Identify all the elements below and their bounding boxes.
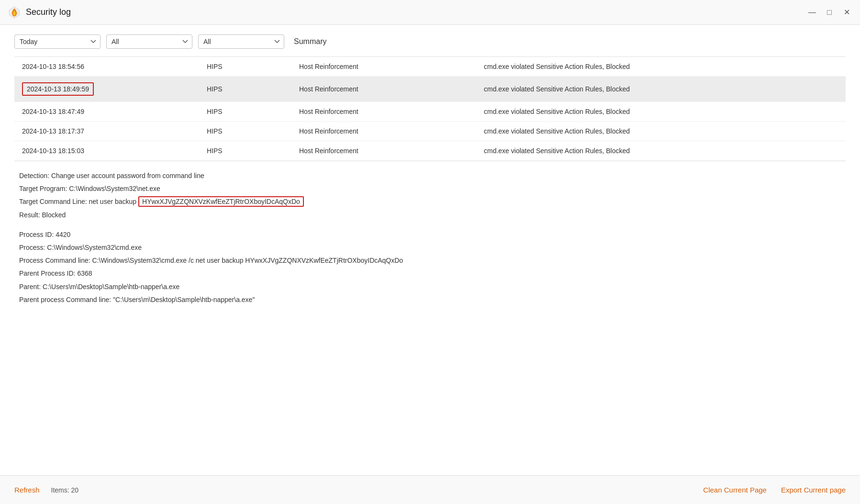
- log-type: HIPS: [199, 122, 291, 141]
- log-category: Host Reinforcement: [291, 102, 476, 122]
- filter-bar: Today Yesterday Last 7 days Last 30 days…: [14, 34, 846, 49]
- detail-spacer: [19, 222, 841, 229]
- table-row[interactable]: 2024-10-13 18:49:59HIPSHost Reinforcemen…: [14, 77, 846, 102]
- target-command-highlight: HYwxXJVgZZQNXVzKwfEeZTjRtrOXboyIDcAqQxDo: [138, 196, 304, 207]
- target-program-line: Target Program: C:\Windows\System32\net.…: [19, 183, 841, 195]
- process-cmd-line: Process Command line: C:\Windows\System3…: [19, 255, 841, 267]
- bottom-right-actions: Clean Current Page Export Current page: [703, 486, 846, 494]
- parent-process-id-line: Parent Process ID: 6368: [19, 268, 841, 280]
- log-type: HIPS: [199, 102, 291, 122]
- log-category: Host Reinforcement: [291, 77, 476, 102]
- window-title: Security log: [26, 7, 806, 17]
- main-content: Today Yesterday Last 7 days Last 30 days…: [0, 25, 860, 475]
- table-row[interactable]: 2024-10-13 18:17:37HIPSHost Reinforcemen…: [14, 122, 846, 141]
- log-summary: cmd.exe violated Sensitive Action Rules,…: [476, 102, 846, 122]
- items-count: Items: 20: [51, 486, 79, 494]
- log-datetime: 2024-10-13 18:47:49: [14, 102, 199, 122]
- log-summary: cmd.exe violated Sensitive Action Rules,…: [476, 141, 846, 161]
- process-id-line: Process ID: 4420: [19, 229, 841, 241]
- log-type: HIPS: [199, 57, 291, 77]
- clean-current-page-button[interactable]: Clean Current Page: [703, 486, 767, 494]
- parent-line: Parent: C:\Users\m\Desktop\Sample\htb-na…: [19, 281, 841, 293]
- summary-label: Summary: [294, 37, 326, 46]
- log-summary: cmd.exe violated Sensitive Action Rules,…: [476, 77, 846, 102]
- log-datetime: 2024-10-13 18:15:03: [14, 141, 199, 161]
- log-summary: cmd.exe violated Sensitive Action Rules,…: [476, 57, 846, 77]
- maximize-button[interactable]: □: [824, 7, 835, 18]
- log-category: Host Reinforcement: [291, 57, 476, 77]
- date-filter[interactable]: Today Yesterday Last 7 days Last 30 days…: [14, 34, 101, 49]
- log-table-wrapper[interactable]: 2024-10-13 18:54:56HIPSHost Reinforcemen…: [14, 56, 846, 161]
- target-command-prefix: Target Command Line: net user backup: [19, 198, 138, 205]
- bottom-bar: Refresh Items: 20 Clean Current Page Exp…: [0, 475, 860, 504]
- log-datetime: 2024-10-13 18:49:59: [14, 77, 199, 102]
- result-line: Result: Blocked: [19, 209, 841, 221]
- table-row[interactable]: 2024-10-13 18:47:49HIPSHost Reinforcemen…: [14, 102, 846, 122]
- category-filter[interactable]: All Host Reinforcement Network File: [198, 34, 284, 49]
- selected-datetime-badge: 2024-10-13 18:49:59: [22, 82, 94, 96]
- refresh-button[interactable]: Refresh: [14, 486, 40, 494]
- parent-process-cmd-line: Parent process Command line: "C:\Users\m…: [19, 294, 841, 306]
- target-command-line: Target Command Line: net user backup HYw…: [19, 196, 841, 208]
- process-line: Process: C:\Windows\System32\cmd.exe: [19, 242, 841, 254]
- app-logo: [8, 6, 21, 19]
- table-row[interactable]: 2024-10-13 18:15:03HIPSHost Reinforcemen…: [14, 141, 846, 161]
- close-button[interactable]: ✕: [841, 7, 852, 18]
- detail-panel: Detection: Change user account password …: [14, 161, 846, 475]
- log-summary: cmd.exe violated Sensitive Action Rules,…: [476, 122, 846, 141]
- log-datetime: 2024-10-13 18:17:37: [14, 122, 199, 141]
- log-type: HIPS: [199, 141, 291, 161]
- log-type: HIPS: [199, 77, 291, 102]
- title-bar: Security log — □ ✕: [0, 0, 860, 25]
- log-category: Host Reinforcement: [291, 122, 476, 141]
- window-controls: — □ ✕: [806, 7, 852, 18]
- minimize-button[interactable]: —: [806, 7, 818, 18]
- log-datetime: 2024-10-13 18:54:56: [14, 57, 199, 77]
- log-table: 2024-10-13 18:54:56HIPSHost Reinforcemen…: [14, 57, 846, 161]
- log-category: Host Reinforcement: [291, 141, 476, 161]
- type-filter[interactable]: All HIPS Firewall Antivirus: [106, 34, 192, 49]
- detection-line: Detection: Change user account password …: [19, 170, 841, 182]
- export-current-page-button[interactable]: Export Current page: [781, 486, 846, 494]
- table-row[interactable]: 2024-10-13 18:54:56HIPSHost Reinforcemen…: [14, 57, 846, 77]
